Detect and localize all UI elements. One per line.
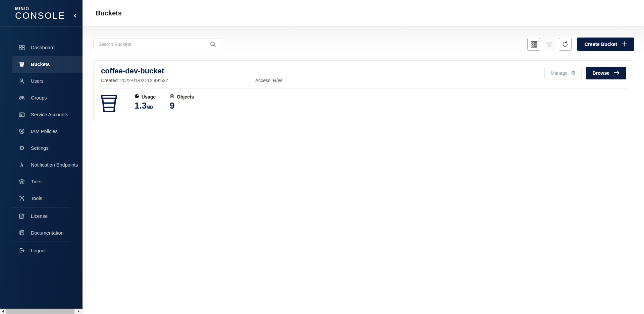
- create-bucket-button[interactable]: Create Bucket: [577, 38, 634, 51]
- sidebar-item-label: Groups: [31, 95, 47, 101]
- gear-icon: ⚙: [571, 70, 576, 76]
- browse-label: Browse: [592, 70, 609, 76]
- objects-circle-icon: [170, 94, 174, 100]
- sidebar-item-users[interactable]: Users: [12, 73, 83, 89]
- grid-view-button[interactable]: [527, 38, 540, 51]
- search-input[interactable]: [93, 38, 220, 50]
- license-icon: [18, 213, 25, 219]
- usage-value: 1.3MB: [135, 101, 156, 111]
- tools-icon: [18, 195, 25, 202]
- list-view-button: [543, 38, 556, 51]
- bucket-name[interactable]: coffee-dev-bucket: [101, 67, 282, 75]
- sidebar-item-iam-policies[interactable]: IAM Policies: [12, 123, 83, 140]
- notification-endpoints-icon: λ: [18, 162, 25, 168]
- bucket-meta: Created: 2022-01-02T12:49:53Z Access: R/…: [101, 78, 282, 83]
- dashboard-icon: [18, 44, 25, 51]
- iam-policies-icon: [18, 128, 25, 135]
- sidebar-item-label: IAM Policies: [31, 129, 58, 134]
- create-bucket-label: Create Bucket: [584, 42, 617, 47]
- objects-label: Objects: [177, 94, 194, 100]
- sidebar-item-settings[interactable]: ⚙ Settings: [12, 140, 83, 156]
- brand-logo: MINIO CONSOLE ‹: [0, 0, 83, 26]
- sidebar-item-label: Service Accounts: [31, 112, 68, 117]
- users-icon: [18, 78, 25, 84]
- logout-icon: [18, 247, 25, 254]
- usage-metric: Usage 1.3MB: [135, 94, 156, 111]
- scroll-left-arrow[interactable]: [0, 309, 5, 314]
- bucket-card: coffee-dev-bucket Created: 2022-01-02T12…: [93, 60, 634, 122]
- manage-button[interactable]: Manage ⚙: [544, 67, 582, 79]
- refresh-button[interactable]: [559, 38, 572, 51]
- sidebar-item-label: Notification Endpoints: [31, 162, 78, 168]
- brand-name-light: IO: [24, 6, 30, 11]
- arrow-right-icon: [614, 70, 620, 76]
- sidebar-item-label: Buckets: [31, 62, 50, 67]
- sidebar-item-label: Dashboard: [31, 45, 55, 50]
- sidebar-item-label: Logout: [31, 248, 46, 253]
- objects-label-row: Objects: [170, 94, 194, 100]
- nav-divider: [12, 242, 70, 242]
- service-accounts-icon: [18, 111, 25, 118]
- plus-icon: [622, 41, 627, 48]
- browse-button[interactable]: Browse: [586, 67, 626, 79]
- objects-metric: Objects 9: [170, 94, 194, 111]
- documentation-icon: [18, 230, 25, 236]
- main-area: Buckets Create Bucket: [83, 0, 644, 314]
- brand-name-bold: MIN: [15, 6, 24, 11]
- sidebar-item-service-accounts[interactable]: Service Accounts: [12, 106, 83, 123]
- sidebar-collapse-button[interactable]: ‹: [74, 11, 76, 19]
- brand-name: MINIO: [15, 7, 78, 11]
- sidebar-item-label: Tiers: [31, 179, 42, 184]
- usage-pie-icon: [135, 94, 139, 100]
- sidebar-item-label: Settings: [31, 145, 48, 151]
- settings-icon: ⚙: [18, 145, 25, 151]
- content-area: Create Bucket coffee-dev-bucket Created:…: [83, 26, 644, 314]
- sidebar-item-license[interactable]: License: [12, 208, 83, 225]
- usage-label-row: Usage: [135, 94, 156, 100]
- page-header: Buckets: [83, 0, 644, 26]
- nav-divider: [12, 207, 70, 207]
- sidebar-item-tools[interactable]: Tools: [12, 190, 83, 207]
- search-box: [93, 38, 220, 50]
- usage-unit: MB: [147, 105, 153, 110]
- sidebar-item-label: Users: [31, 78, 44, 84]
- usage-number: 1.3: [135, 101, 147, 111]
- bucket-actions: Manage ⚙ Browse: [544, 67, 626, 79]
- page-title: Buckets: [96, 9, 122, 17]
- brand-product: CONSOLE: [15, 11, 78, 21]
- sidebar-item-tiers[interactable]: Tiers: [12, 173, 83, 190]
- sidebar-item-documentation[interactable]: Documentation: [12, 225, 83, 241]
- toolbar-right: Create Bucket: [527, 38, 634, 51]
- sidebar-item-groups[interactable]: Groups: [12, 89, 83, 106]
- sidebar-item-logout[interactable]: Logout: [12, 242, 83, 259]
- groups-icon: [18, 95, 25, 101]
- sidebar-item-buckets[interactable]: Buckets: [12, 56, 83, 73]
- buckets-icon: [18, 61, 25, 68]
- sidebar-item-label: Tools: [31, 196, 42, 201]
- sidebar-item-dashboard[interactable]: Dashboard: [12, 39, 83, 56]
- sidebar-item-label: Documentation: [31, 230, 64, 236]
- manage-label: Manage: [550, 70, 568, 76]
- sidebar: MINIO CONSOLE ‹ Dashboard Buckets Users: [0, 0, 83, 314]
- buckets-toolbar: Create Bucket: [93, 38, 634, 51]
- scroll-right-arrow[interactable]: [76, 309, 81, 314]
- sidebar-item-notification-endpoints[interactable]: λ Notification Endpoints: [12, 156, 83, 173]
- bucket-created: Created: 2022-01-02T12:49:53Z: [101, 78, 255, 83]
- search-icon: [210, 41, 216, 49]
- tiers-icon: [18, 178, 25, 185]
- bucket-metrics: Usage 1.3MB Objects 9: [101, 89, 626, 114]
- usage-label: Usage: [142, 94, 156, 100]
- bucket-card-header: coffee-dev-bucket Created: 2022-01-02T12…: [101, 67, 626, 83]
- bucket-access: Access: R/W: [255, 78, 282, 83]
- bucket-icon: [101, 95, 117, 114]
- scrollbar-thumb[interactable]: [6, 309, 74, 314]
- sidebar-nav: Dashboard Buckets Users Groups Service A: [0, 39, 83, 259]
- objects-value: 9: [170, 101, 194, 111]
- sidebar-horizontal-scrollbar[interactable]: [0, 309, 83, 314]
- bucket-info: coffee-dev-bucket Created: 2022-01-02T12…: [101, 67, 282, 83]
- sidebar-item-label: License: [31, 213, 48, 219]
